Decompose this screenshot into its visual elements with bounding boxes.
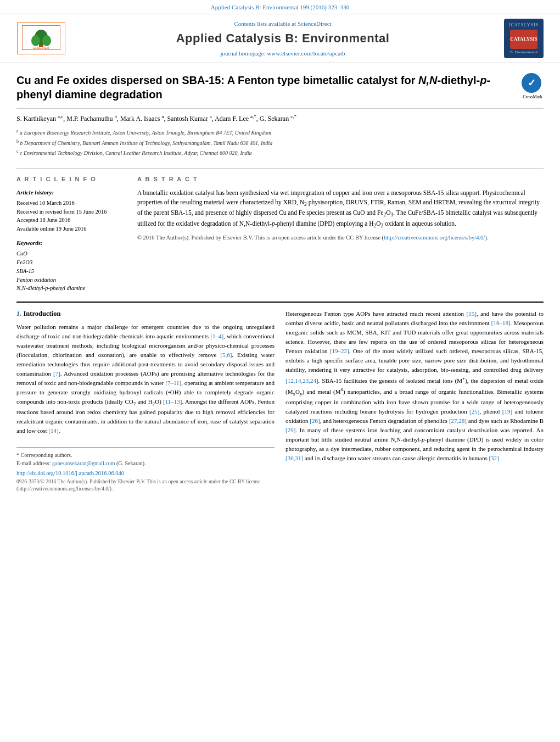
history-title: Article history: xyxy=(16,188,126,197)
crossmark-label: CrossMark xyxy=(522,94,544,100)
catalysis-logo: ICATALYSIS CATALYSIS B: Environmental xyxy=(500,19,544,58)
elsevier-tree-icon: ELSEVIER xyxy=(22,25,60,50)
abstract-body: A bimetallic oxidation catalyst has been… xyxy=(137,188,544,230)
journal-title-header: Applied Catalysis B: Environmental xyxy=(66,30,500,47)
doi-line: http://dx.doi.org/10.1016/j.apcatb.2016.… xyxy=(16,470,275,478)
keyword-3: SBA-15 xyxy=(16,267,126,276)
crossmark-badge: ✓ CrossMark xyxy=(522,73,544,100)
sciencedirect-text[interactable]: ScienceDirect xyxy=(298,20,332,27)
body-right: Heterogeneous Fenton type AOPs have attr… xyxy=(285,309,544,493)
abstract-label: A B S T R A C T xyxy=(137,175,544,183)
catalysis-logo-bottom: B: Environmental xyxy=(510,50,537,55)
article-title-section: Cu and Fe oxides dispersed on SBA-15: A … xyxy=(16,63,544,109)
footer-section: * Corresponding authors. E-mail address:… xyxy=(16,447,275,493)
homepage-url[interactable]: www.elsevier.com/locate/apcatb xyxy=(267,50,345,57)
keyword-5: N,N-diethyl-p-phenyl diamine xyxy=(16,284,126,293)
catalysis-logo-box: ICATALYSIS CATALYSIS B: Environmental xyxy=(504,19,544,58)
keyword-4: Fenton oxidation xyxy=(16,276,126,284)
doi-link[interactable]: http://dx.doi.org/10.1016/j.apcatb.2016.… xyxy=(16,470,124,476)
top-journal-bar: Applied Catalysis B: Environmental 199 (… xyxy=(0,0,560,14)
issn-line: 0926-3373/© 2016 The Author(s). Publishe… xyxy=(16,478,275,493)
article-info-column: A R T I C L E I N F O Article history: R… xyxy=(16,175,126,293)
copyright-line: © 2016 The Author(s). Published by Elsev… xyxy=(137,233,544,242)
intro-heading: 1. Introduction xyxy=(16,309,275,319)
elsevier-logo: ELSEVIER xyxy=(16,23,66,54)
section-number: 1. xyxy=(16,310,21,317)
affiliations: a a European Bioenergy Research Institut… xyxy=(16,126,544,160)
catalysis-logo-red: CATALYSIS xyxy=(510,30,537,49)
received-date: Received 10 March 2016 xyxy=(16,199,126,208)
accepted-date: Accepted 18 June 2016 xyxy=(16,216,126,225)
cc-license-link[interactable]: http://creativecommons.org/licenses/by/4… xyxy=(384,235,485,241)
journal-header: ELSEVIER Contents lists available at Sci… xyxy=(0,14,560,63)
authors-line: S. Karthikeyan a,c, M.P. Pachamuthu b, M… xyxy=(16,109,544,126)
svg-point-3 xyxy=(31,35,40,46)
affiliation-b: b b Department of Chemistry, Bannari Amm… xyxy=(16,138,544,147)
keywords-section: Keywords: CuO Fe2O3 SBA-15 Fenton oxidat… xyxy=(16,239,126,293)
keywords-title: Keywords: xyxy=(16,239,126,247)
svg-text:ELSEVIER: ELSEVIER xyxy=(33,46,49,49)
main-content: Cu and Fe oxides dispersed on SBA-15: A … xyxy=(0,63,560,493)
svg-point-4 xyxy=(42,35,51,46)
elsevier-logo-box: ELSEVIER xyxy=(17,23,65,54)
affiliation-c: c c Environmental Technology Division, C… xyxy=(16,148,544,157)
revised-date: Received in revised form 15 June 2016 xyxy=(16,208,126,216)
article-history: Article history: Received 10 March 2016 … xyxy=(16,188,126,233)
email-note: E-mail address: ganesansekaran@gmail.com… xyxy=(16,459,275,467)
keyword-2: Fe2O3 xyxy=(16,258,126,267)
article-info-label: A R T I C L E I N F O xyxy=(16,175,126,183)
article-info-abstract-section: A R T I C L E I N F O Article history: R… xyxy=(16,168,544,293)
intro-paragraph-1: Water pollution remains a major challeng… xyxy=(16,322,275,436)
journal-homepage-link: journal homepage: www.elsevier.com/locat… xyxy=(66,49,500,58)
journal-center: Contents lists available at ScienceDirec… xyxy=(66,20,500,58)
abstract-section: A bimetallic oxidation catalyst has been… xyxy=(137,188,544,242)
affiliation-a: a a European Bioenergy Research Institut… xyxy=(16,128,544,137)
catalysis-logo-top: ICATALYSIS xyxy=(509,22,539,28)
keyword-1: CuO xyxy=(16,249,126,258)
corresponding-note: * Corresponding authors. xyxy=(16,451,275,459)
email-link[interactable]: ganesansekaran@gmail.com xyxy=(52,460,115,466)
intro-paragraph-2: Heterogeneous Fenton type AOPs have attr… xyxy=(285,309,544,463)
body-left: 1. Introduction Water pollution remains … xyxy=(16,309,275,493)
journal-citation: Applied Catalysis B: Environmental 199 (… xyxy=(211,4,349,10)
page-container: Applied Catalysis B: Environmental 199 (… xyxy=(0,0,560,742)
abstract-column: A B S T R A C T A bimetallic oxidation c… xyxy=(137,175,544,293)
available-date: Available online 19 June 2016 xyxy=(16,225,126,233)
body-two-col: 1. Introduction Water pollution remains … xyxy=(16,302,544,493)
article-main-title: Cu and Fe oxides dispersed on SBA-15: A … xyxy=(16,73,511,102)
crossmark-icon: ✓ xyxy=(522,73,541,93)
article-title-text: Cu and Fe oxides dispersed on SBA-15: A … xyxy=(16,73,522,104)
sciencedirect-link: Contents lists available at ScienceDirec… xyxy=(66,20,500,28)
